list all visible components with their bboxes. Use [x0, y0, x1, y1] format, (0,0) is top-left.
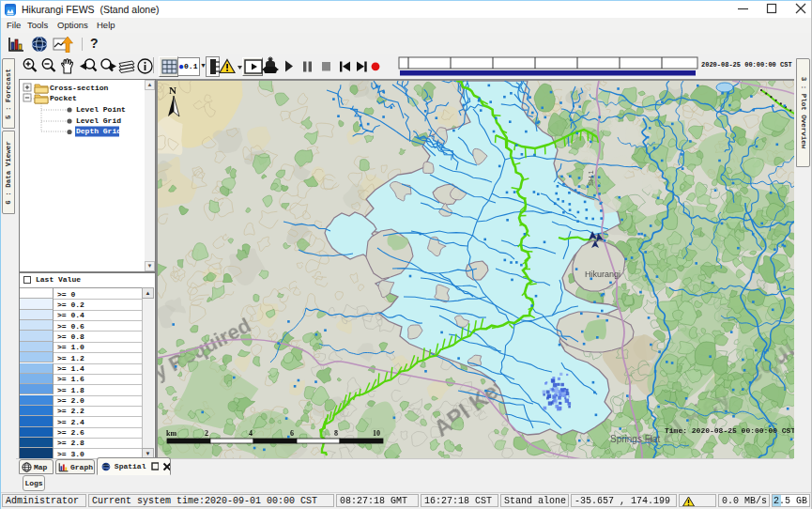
svg-text:SH 1: SH 1	[587, 170, 595, 186]
svg-text:Hikurangi: Hikurangi	[585, 270, 620, 279]
svg-text:Time: 2020-08-25 00:00:00 CST: Time: 2020-08-25 00:00:00 CST	[665, 426, 794, 435]
svg-text:6: 6	[290, 429, 294, 438]
svg-text:10: 10	[373, 429, 380, 438]
svg-text:4: 4	[249, 429, 253, 438]
svg-text:Springs Flat: Springs Flat	[610, 434, 661, 444]
svg-text:N: N	[169, 85, 176, 96]
svg-text:8: 8	[334, 429, 338, 438]
svg-text:km: km	[166, 429, 176, 438]
svg-text:2: 2	[205, 429, 208, 438]
